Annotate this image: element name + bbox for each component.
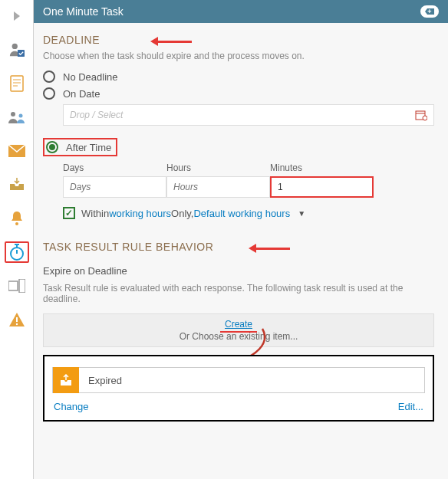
red-underline (220, 331, 257, 333)
main-panel: One Minute Task + DEADLINE Choose when t… (34, 0, 448, 479)
nav-timer[interactable] (5, 241, 29, 263)
radio-on-date[interactable]: On Date (43, 87, 434, 100)
svg-point-17 (15, 323, 17, 325)
expire-desc: Task Result rule is evaluated with each … (43, 283, 434, 304)
arrow-icon (249, 244, 256, 253)
svg-point-9 (15, 222, 18, 225)
nav-inbox[interactable] (5, 174, 29, 195)
nav-layout[interactable] (5, 275, 29, 297)
tag-plus-icon: + (425, 8, 434, 15)
arrow-icon (150, 37, 158, 46)
svg-text:+: + (427, 8, 431, 15)
panel-header: One Minute Task + (34, 0, 448, 23)
radio-no-deadline[interactable]: No Deadline (43, 71, 434, 83)
inbox-icon (8, 178, 25, 192)
sidebar (0, 0, 34, 479)
collapse-toggle[interactable] (5, 5, 29, 27)
arrow-shaft (158, 41, 192, 43)
expired-item[interactable]: Expired (52, 367, 425, 393)
radio-label: On Date (63, 88, 100, 100)
radio-label: After Time (66, 142, 111, 153)
add-button[interactable]: + (420, 5, 439, 18)
svg-point-7 (18, 114, 22, 118)
radio-icon (43, 71, 55, 83)
result-group: Expired Change Edit... (43, 355, 434, 422)
outbox-icon (53, 367, 79, 393)
within-checkbox[interactable]: ✓ (63, 207, 75, 219)
svg-rect-2 (11, 76, 23, 91)
bell-icon (10, 211, 24, 226)
svg-point-6 (11, 112, 15, 116)
warning-icon (8, 312, 25, 327)
nav-users[interactable] (5, 107, 29, 128)
default-working-hours-link[interactable]: Default working hours (193, 208, 290, 219)
panel-title: One Minute Task (43, 5, 124, 18)
svg-point-0 (12, 44, 17, 49)
nav-warning[interactable] (5, 309, 29, 330)
deadline-heading: DEADLINE (43, 34, 100, 46)
chevron-down-icon[interactable]: ▼ (298, 209, 305, 218)
radio-label: No Deadline (63, 71, 118, 83)
placeholder-text: Drop / Select (70, 110, 123, 120)
deadline-sub: Choose when the task should expire and t… (43, 51, 434, 61)
radio-icon (43, 87, 55, 100)
create-choose-box: Create Or Choose an existing item... (43, 313, 434, 347)
nav-document[interactable] (5, 73, 29, 94)
stopwatch-icon (8, 243, 25, 261)
svg-rect-15 (19, 279, 25, 293)
minutes-input[interactable] (270, 176, 374, 198)
nav-bell[interactable] (5, 208, 29, 229)
within-text-pre: Within (81, 208, 109, 219)
expired-label: Expired (79, 375, 122, 386)
days-input[interactable] (63, 176, 166, 198)
rule-heading: TASK RESULT RULE BEHAVIOR (43, 241, 213, 253)
hours-label: Hours (166, 162, 270, 173)
nav-mail[interactable] (5, 140, 29, 162)
change-link[interactable]: Change (54, 401, 89, 412)
within-text-mid: Only, (171, 208, 193, 219)
minutes-label: Minutes (270, 162, 374, 173)
date-drop-select[interactable]: Drop / Select (63, 104, 434, 126)
expire-title: Expire on Deadline (43, 265, 434, 277)
working-hours-link[interactable]: working hours (109, 208, 171, 219)
radio-after-time[interactable]: After Time (43, 138, 117, 156)
layout-icon (8, 279, 25, 293)
mail-icon (8, 145, 25, 157)
days-label: Days (63, 162, 166, 173)
create-link[interactable]: Create (225, 319, 252, 330)
radio-icon-selected (46, 141, 58, 153)
nav-user-check[interactable] (5, 39, 29, 61)
calendar-icon (415, 109, 427, 121)
or-choose-text: Or Choose an existing item... (44, 331, 433, 342)
document-icon (10, 75, 24, 92)
svg-point-21 (423, 116, 427, 120)
user-check-icon (8, 42, 25, 57)
arrow-shaft (256, 248, 290, 250)
hours-input[interactable] (166, 176, 270, 198)
edit-link[interactable]: Edit... (398, 401, 423, 412)
chevron-right-icon (14, 11, 20, 21)
users-icon (8, 110, 26, 124)
svg-rect-14 (8, 281, 18, 290)
